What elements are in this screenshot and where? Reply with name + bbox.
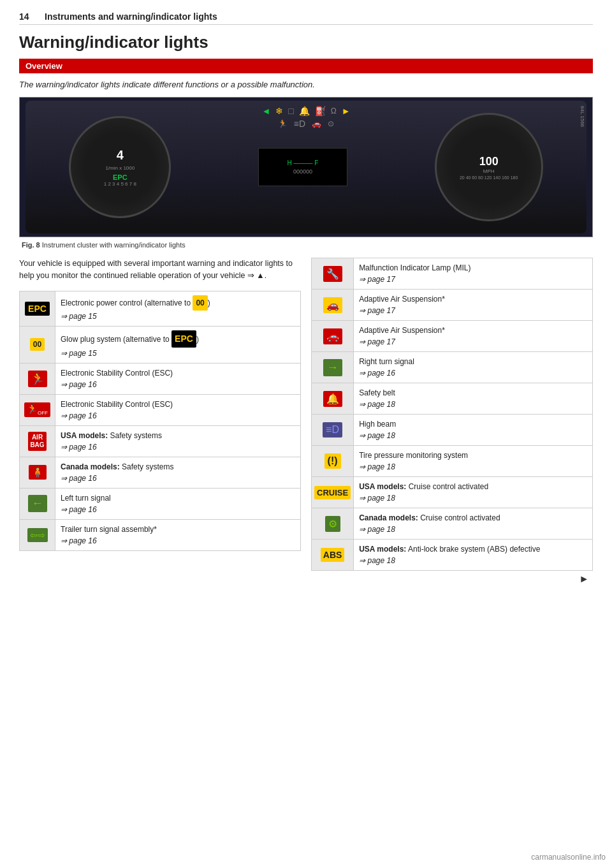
table-row: 🚗 Adaptive Air Suspension* ⇒ page 17	[312, 321, 593, 352]
turn-right-icon-cell: →	[312, 352, 354, 383]
table-row: ⚙ Canada models: Cruise control activate…	[312, 508, 593, 540]
tpms-icon-cell: (!)	[312, 446, 354, 477]
airbag-ca-page-ref: ⇒ page 16	[61, 473, 295, 484]
mil-icon-cell: 🔧	[312, 258, 354, 290]
speed-range: 20 40 60 80 120 140 160 180	[460, 175, 518, 180]
cruise-usa-icon-cell: CRUISE	[312, 477, 354, 508]
esc-page-ref: ⇒ page 16	[61, 379, 295, 390]
speed-gauge: 100 MPH 20 40 60 80 120 140 160 180	[435, 113, 543, 221]
section-title: Warning/indicator lights	[19, 33, 593, 52]
air-susp-yellow-icon: 🚗	[323, 297, 342, 313]
seatbelt-icon-cell: 🔔	[312, 383, 354, 415]
epc-icon: EPC	[25, 302, 50, 316]
mil-icon: 🔧	[323, 266, 342, 282]
canada-models-label: Canada models:	[61, 462, 120, 471]
table-row: ABS USA models: Anti-lock brake system (…	[312, 540, 593, 571]
glow-icon: 00	[30, 338, 45, 351]
right-arrow-icon: ►	[342, 106, 351, 116]
airbag-usa-desc: USA models: Safety systems ⇒ page 16	[55, 425, 301, 457]
abs-icon-cell: ABS	[312, 540, 354, 571]
glow-desc: Glow plug system (alternative to EPC) ⇒ …	[55, 326, 301, 363]
epc-indicator: EPC	[113, 173, 127, 181]
table-row: ← Left turn signal ⇒ page 16	[20, 488, 301, 519]
turn-left-icon: ←	[28, 495, 47, 512]
air-susp-red-icon-cell: 🚗	[312, 321, 354, 352]
seatbelt-icon: 🔔	[323, 391, 342, 407]
esc-icon: 🏃	[28, 371, 47, 387]
table-row: (!) Tire pressure monitoring system ⇒ pa…	[312, 446, 593, 477]
highbeam-icon: ≡D	[323, 422, 342, 438]
rpm-unit: 1/min x 1000	[105, 165, 135, 171]
air-susp-red-desc: Adaptive Air Suspension* ⇒ page 17	[354, 321, 593, 352]
usa-models-cruise-label: USA models:	[359, 482, 406, 491]
seatbelt-page-ref: ⇒ page 18	[359, 399, 587, 410]
right-column: 🔧 Malfunction Indicator Lamp (MIL) ⇒ pag…	[311, 258, 593, 587]
tpms-page-ref: ⇒ page 18	[359, 461, 587, 473]
side-label: 84L 1568	[579, 106, 585, 127]
usa-models-label: USA models:	[61, 431, 108, 440]
cruise-ca-icon: ⚙	[325, 516, 340, 532]
header-title: Instruments and warning/indicator lights	[45, 11, 217, 22]
rpm-gauge: 4 1/min x 1000 EPC 1 2 3 4 5 6 7 8	[69, 116, 171, 218]
watermark: carmanualsonline.info	[531, 853, 606, 862]
air-susp-red-icon: 🚗	[323, 328, 342, 344]
esc-icon-cell: 🏃	[20, 363, 55, 394]
fig-caption-text: Instrument cluster with warning/indicato…	[40, 241, 186, 249]
odo-display: 000000	[293, 168, 312, 175]
dashboard-image: ◄ ❄ □ 🔔 ⛽ Ω ► 🏃 ≡D 🚗 ⊙ 4 1/min x 1000 EP…	[19, 97, 593, 237]
table-row: CRUISE USA models: Cruise control activa…	[312, 477, 593, 508]
glow-alt-icon: 00	[193, 295, 207, 311]
next-page-arrow: ►	[311, 571, 593, 587]
right-table: 🔧 Malfunction Indicator Lamp (MIL) ⇒ pag…	[311, 258, 593, 571]
page-header: 14 Instruments and warning/indicator lig…	[19, 11, 593, 25]
display-icon: ≡D	[294, 119, 305, 129]
warning-icons-row: ◄ ❄ □ 🔔 ⛽ Ω ►	[261, 106, 350, 116]
fuel-icon: ⛽	[315, 106, 326, 116]
esc-off-icon: 🏃OFF	[24, 402, 50, 417]
table-row: 🏃 Electronic Stability Control (ESC) ⇒ p…	[20, 363, 301, 394]
airbag-ca-icon: 🧍	[29, 465, 47, 480]
highbeam-desc: High beam ⇒ page 18	[354, 415, 593, 446]
cruise-ca-desc: Canada models: Cruise control activated …	[354, 508, 593, 540]
epc-desc: Electronic power control (alternative to…	[55, 291, 301, 326]
cruise-ca-page-ref: ⇒ page 18	[359, 524, 587, 535]
air-susp-red-page-ref: ⇒ page 17	[359, 336, 587, 348]
circle-icon: Ω	[331, 107, 337, 115]
seatbelt-icon: 🔔	[299, 106, 310, 116]
airbag-ca-desc: Canada models: Safety systems ⇒ page 16	[55, 457, 301, 488]
table-row: AIRBAG USA models: Safety systems ⇒ page…	[20, 425, 301, 457]
temp-indicator: H ——— F	[288, 159, 319, 166]
esc-off-icon-cell: 🏃OFF	[20, 394, 55, 425]
tpms-desc: Tire pressure monitoring system ⇒ page 1…	[354, 446, 593, 477]
table-row: ⇦⇨ Trailer turn signal assembly* ⇒ page …	[20, 519, 301, 550]
table-row: 🏃OFF Electronic Stability Control (ESC) …	[20, 394, 301, 425]
abs-icon: ABS	[321, 548, 345, 562]
fig-caption: Fig. 8 Instrument cluster with warning/i…	[19, 241, 593, 249]
mil-desc: Malfunction Indicator Lamp (MIL) ⇒ page …	[354, 258, 593, 290]
esc-off-desc: Electronic Stability Control (ESC) ⇒ pag…	[55, 394, 301, 425]
table-row: 🚗 Adaptive Air Suspension* ⇒ page 17	[312, 290, 593, 321]
rpm-4-label: 4	[117, 148, 124, 163]
highbeam-icon-cell: ≡D	[312, 415, 354, 446]
rpm-numbers: 1 2 3 4 5 6 7 8	[104, 181, 136, 187]
trailer-icon: ⇦⇨	[27, 528, 48, 542]
turn-right-page-ref: ⇒ page 16	[359, 367, 587, 379]
intro-text: The warning/indicator lights indicate di…	[19, 80, 593, 89]
airbag-usa-icon: AIRBAG	[28, 432, 46, 451]
table-row: ≡D High beam ⇒ page 18	[312, 415, 593, 446]
speed-mph: MPH	[483, 168, 495, 174]
cruise-usa-desc: USA models: Cruise control activated ⇒ p…	[354, 477, 593, 508]
glow-icon-cell: 00	[20, 326, 55, 363]
seatbelt-desc: Safety belt ⇒ page 18	[354, 383, 593, 415]
table-row: → Right turn signal ⇒ page 16	[312, 352, 593, 383]
table-row: EPC Electronic power control (alternativ…	[20, 291, 301, 326]
esc-desc: Electronic Stability Control (ESC) ⇒ pag…	[55, 363, 301, 394]
table-row: 00 Glow plug system (alternative to EPC)…	[20, 326, 301, 363]
cruise-usa-icon: CRUISE	[314, 486, 351, 499]
abs-desc: USA models: Anti-lock brake system (ABS)…	[354, 540, 593, 571]
trailer-icon-cell: ⇦⇨	[20, 519, 55, 550]
left-table: EPC Electronic power control (alternativ…	[19, 291, 301, 551]
turn-right-desc: Right turn signal ⇒ page 16	[354, 352, 593, 383]
speed-100: 100	[479, 155, 499, 168]
turn-left-page-ref: ⇒ page 16	[61, 504, 295, 515]
